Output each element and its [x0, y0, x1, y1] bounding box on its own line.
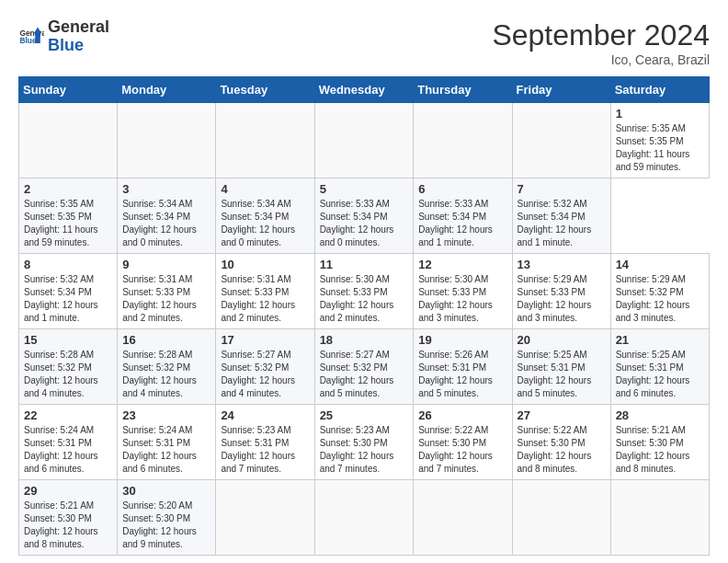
day-info: Sunrise: 5:28 AMSunset: 5:32 PMDaylight:…	[24, 350, 98, 398]
day-info: Sunrise: 5:29 AMSunset: 5:33 PMDaylight:…	[518, 274, 592, 323]
day-of-week-header: Thursday	[414, 77, 512, 103]
day-number: 5	[320, 182, 409, 196]
day-of-week-header: Friday	[512, 77, 610, 103]
day-info: Sunrise: 5:32 AMSunset: 5:34 PMDaylight:…	[518, 199, 592, 247]
calendar-day-cell: 7Sunrise: 5:32 AMSunset: 5:34 PMDaylight…	[512, 178, 610, 254]
month-title: September 2024	[492, 18, 710, 52]
calendar-day-cell: 20Sunrise: 5:25 AMSunset: 5:31 PMDayligh…	[512, 329, 610, 405]
day-info: Sunrise: 5:20 AMSunset: 5:30 PMDaylight:…	[122, 500, 197, 549]
day-of-week-header: Sunday	[19, 77, 118, 103]
day-number: 2	[24, 182, 112, 196]
day-info: Sunrise: 5:28 AMSunset: 5:32 PMDaylight:…	[122, 350, 197, 398]
day-number: 29	[24, 484, 112, 498]
day-number: 10	[221, 258, 309, 271]
calendar-day-cell: 29Sunrise: 5:21 AMSunset: 5:30 PMDayligh…	[19, 480, 118, 556]
calendar-day-cell: 18Sunrise: 5:27 AMSunset: 5:32 PMDayligh…	[314, 329, 414, 405]
day-info: Sunrise: 5:31 AMSunset: 5:33 PMDaylight:…	[221, 274, 295, 323]
day-of-week-header: Saturday	[610, 77, 709, 103]
day-info: Sunrise: 5:21 AMSunset: 5:30 PMDaylight:…	[616, 425, 690, 474]
day-number: 4	[221, 182, 309, 196]
calendar-day-cell: 19Sunrise: 5:26 AMSunset: 5:31 PMDayligh…	[414, 329, 512, 405]
day-info: Sunrise: 5:27 AMSunset: 5:32 PMDaylight:…	[221, 350, 295, 398]
logo-icon: General Blue	[18, 24, 44, 50]
calendar-day-cell: 12Sunrise: 5:30 AMSunset: 5:33 PMDayligh…	[414, 254, 512, 329]
day-info: Sunrise: 5:22 AMSunset: 5:30 PMDaylight:…	[418, 425, 493, 474]
page-header: General Blue GeneralBlue September 2024 …	[18, 18, 710, 67]
day-number: 14	[616, 258, 704, 271]
calendar-day-cell: 5Sunrise: 5:33 AMSunset: 5:34 PMDaylight…	[314, 178, 414, 254]
calendar-day-cell: 4Sunrise: 5:34 AMSunset: 5:34 PMDaylight…	[216, 178, 314, 254]
day-info: Sunrise: 5:23 AMSunset: 5:30 PMDaylight:…	[320, 425, 394, 474]
day-info: Sunrise: 5:21 AMSunset: 5:30 PMDaylight:…	[24, 500, 98, 549]
title-block: September 2024 Ico, Ceara, Brazil	[492, 18, 710, 67]
day-number: 7	[518, 182, 606, 196]
day-of-week-header: Monday	[118, 77, 216, 103]
calendar-day-cell: 8Sunrise: 5:32 AMSunset: 5:34 PMDaylight…	[19, 254, 118, 329]
empty-cell	[216, 103, 314, 178]
day-info: Sunrise: 5:32 AMSunset: 5:34 PMDaylight:…	[24, 274, 98, 323]
day-number: 6	[418, 182, 506, 196]
location: Ico, Ceara, Brazil	[492, 52, 710, 67]
day-info: Sunrise: 5:22 AMSunset: 5:30 PMDaylight:…	[518, 425, 592, 474]
svg-text:Blue: Blue	[19, 36, 36, 45]
calendar-week-row: 29Sunrise: 5:21 AMSunset: 5:30 PMDayligh…	[19, 480, 710, 556]
day-info: Sunrise: 5:30 AMSunset: 5:33 PMDaylight:…	[418, 274, 493, 323]
day-info: Sunrise: 5:26 AMSunset: 5:31 PMDaylight:…	[418, 350, 493, 398]
calendar-day-cell	[314, 480, 414, 556]
day-info: Sunrise: 5:24 AMSunset: 5:31 PMDaylight:…	[122, 425, 197, 474]
day-number: 9	[122, 258, 210, 271]
logo: General Blue GeneralBlue	[18, 18, 109, 55]
day-info: Sunrise: 5:33 AMSunset: 5:34 PMDaylight:…	[320, 199, 394, 247]
calendar-day-cell	[610, 480, 709, 556]
calendar-day-cell	[512, 480, 610, 556]
calendar-day-cell: 30Sunrise: 5:20 AMSunset: 5:30 PMDayligh…	[118, 480, 216, 556]
day-number: 23	[122, 408, 210, 422]
day-info: Sunrise: 5:27 AMSunset: 5:32 PMDaylight:…	[320, 350, 394, 398]
calendar-week-row: 1Sunrise: 5:35 AMSunset: 5:35 PMDaylight…	[19, 103, 710, 178]
day-info: Sunrise: 5:23 AMSunset: 5:31 PMDaylight:…	[221, 425, 295, 474]
day-info: Sunrise: 5:33 AMSunset: 5:34 PMDaylight:…	[418, 199, 493, 247]
logo-text: GeneralBlue	[48, 18, 109, 55]
day-info: Sunrise: 5:34 AMSunset: 5:34 PMDaylight:…	[221, 199, 295, 247]
calendar-day-cell: 16Sunrise: 5:28 AMSunset: 5:32 PMDayligh…	[118, 329, 216, 405]
calendar-day-cell: 9Sunrise: 5:31 AMSunset: 5:33 PMDaylight…	[118, 254, 216, 329]
calendar-day-cell	[216, 480, 314, 556]
calendar-week-row: 22Sunrise: 5:24 AMSunset: 5:31 PMDayligh…	[19, 405, 710, 480]
day-number: 19	[418, 333, 506, 347]
calendar-week-row: 2Sunrise: 5:35 AMSunset: 5:35 PMDaylight…	[19, 178, 710, 254]
day-number: 15	[24, 333, 112, 347]
calendar-week-row: 8Sunrise: 5:32 AMSunset: 5:34 PMDaylight…	[19, 254, 710, 329]
day-number: 8	[24, 258, 112, 271]
day-info: Sunrise: 5:35 AMSunset: 5:35 PMDaylight:…	[616, 123, 690, 172]
calendar-header-row: SundayMondayTuesdayWednesdayThursdayFrid…	[19, 77, 710, 103]
day-info: Sunrise: 5:29 AMSunset: 5:32 PMDaylight:…	[616, 274, 690, 323]
day-number: 17	[221, 333, 309, 347]
calendar-day-cell: 17Sunrise: 5:27 AMSunset: 5:32 PMDayligh…	[216, 329, 314, 405]
day-number: 28	[616, 408, 704, 422]
empty-cell	[314, 103, 414, 178]
day-number: 18	[320, 333, 409, 347]
day-number: 11	[320, 258, 409, 271]
day-number: 3	[122, 182, 210, 196]
calendar-day-cell: 1Sunrise: 5:35 AMSunset: 5:35 PMDaylight…	[610, 103, 709, 178]
calendar-day-cell: 11Sunrise: 5:30 AMSunset: 5:33 PMDayligh…	[314, 254, 414, 329]
day-number: 26	[418, 408, 506, 422]
day-number: 27	[518, 408, 606, 422]
empty-cell	[512, 103, 610, 178]
calendar-day-cell: 14Sunrise: 5:29 AMSunset: 5:32 PMDayligh…	[610, 254, 709, 329]
calendar-day-cell: 25Sunrise: 5:23 AMSunset: 5:30 PMDayligh…	[314, 405, 414, 480]
day-info: Sunrise: 5:35 AMSunset: 5:35 PMDaylight:…	[24, 199, 98, 247]
day-info: Sunrise: 5:30 AMSunset: 5:33 PMDaylight:…	[320, 274, 394, 323]
calendar-day-cell: 15Sunrise: 5:28 AMSunset: 5:32 PMDayligh…	[19, 329, 118, 405]
day-number: 16	[122, 333, 210, 347]
day-number: 20	[518, 333, 606, 347]
day-number: 12	[418, 258, 506, 271]
calendar-day-cell: 6Sunrise: 5:33 AMSunset: 5:34 PMDaylight…	[414, 178, 512, 254]
day-info: Sunrise: 5:24 AMSunset: 5:31 PMDaylight:…	[24, 425, 98, 474]
day-of-week-header: Tuesday	[216, 77, 314, 103]
calendar-day-cell: 21Sunrise: 5:25 AMSunset: 5:31 PMDayligh…	[610, 329, 709, 405]
day-number: 21	[616, 333, 704, 347]
calendar-day-cell: 28Sunrise: 5:21 AMSunset: 5:30 PMDayligh…	[610, 405, 709, 480]
calendar-day-cell	[414, 480, 512, 556]
day-number: 25	[320, 408, 409, 422]
